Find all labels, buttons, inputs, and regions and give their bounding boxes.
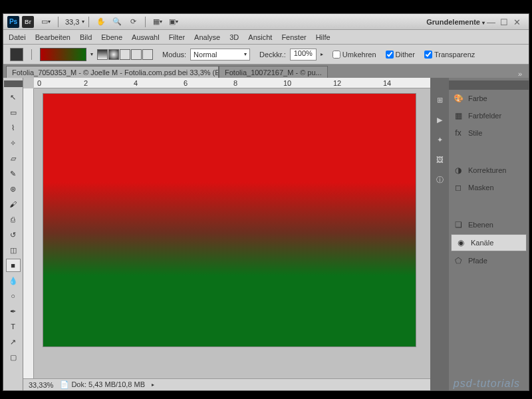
opacity-input[interactable]: 100% [290, 49, 317, 61]
menu-bild[interactable]: Bild [80, 33, 92, 41]
opacity-dropdown-icon[interactable]: ▸ [321, 51, 323, 57]
ruler-vertical[interactable] [23, 88, 34, 378]
screen-mode-icon[interactable]: ▣▾ [167, 16, 180, 28]
status-zoom[interactable]: 33,33% [29, 381, 53, 389]
strip-icon-4[interactable]: 🖼 [434, 154, 446, 166]
linear-gradient-icon[interactable] [97, 49, 108, 60]
workspace-selector[interactable]: Grundelemente ▾ [426, 18, 485, 26]
gradient-preview[interactable] [40, 48, 86, 61]
type-tool-icon[interactable]: T [6, 320, 21, 333]
document-tabbar: Fotolia_7050353_M - © Joelle M - Fotolia… [3, 65, 529, 78]
mode-select[interactable]: Normal▾ [190, 49, 250, 61]
strip-icon-1[interactable]: ⊞ [434, 94, 446, 106]
move-tool-icon[interactable]: ↖ [6, 90, 21, 104]
arrange-docs-icon[interactable]: ▦▾ [151, 16, 164, 28]
status-doc-info[interactable]: 📄 Dok: 5,43 MB/10,8 MB [60, 380, 145, 389]
tab-overflow-icon[interactable]: » [514, 70, 526, 78]
panel-kanaele[interactable]: ◉Kanäle [451, 234, 527, 251]
opacity-label: Deckkr.: [259, 51, 286, 59]
reflected-gradient-icon[interactable] [131, 49, 142, 60]
menu-auswahl[interactable]: Auswahl [132, 33, 160, 41]
panel-farbe[interactable]: 🎨Farbe [449, 90, 529, 107]
gradient-tool-icon[interactable]: ■ [6, 259, 21, 272]
maximize-icon[interactable]: ☐ [500, 17, 509, 27]
menu-fenster[interactable]: Fenster [281, 33, 306, 41]
bridge-logo-icon[interactable]: Br [22, 16, 34, 28]
zoom-tool-icon[interactable]: 🔍 [110, 16, 124, 28]
radial-gradient-icon[interactable] [108, 49, 119, 60]
separator [31, 49, 32, 60]
stamp-tool-icon[interactable]: ⎙ [6, 213, 21, 226]
dodge-tool-icon[interactable]: ○ [6, 289, 21, 303]
menubar: Datei Bearbeiten Bild Ebene Auswahl Filt… [3, 30, 529, 45]
panel-masken[interactable]: ◻Masken [449, 179, 529, 196]
channels-icon: ◉ [456, 237, 466, 248]
titlebar: Ps Br ▭▾ 33,3▾ ✋ 🔍 ⟳ ▦▾ ▣▾ Grundelemente… [3, 14, 529, 30]
brush-tool-icon[interactable]: 🖌 [6, 198, 21, 211]
status-bar: 33,33% 📄 Dok: 5,43 MB/10,8 MB ▸ [23, 378, 430, 390]
close-icon[interactable]: ✕ [513, 17, 523, 27]
panel-stile[interactable]: fxStile [449, 124, 529, 142]
menu-bearbeiten[interactable]: Bearbeiten [35, 33, 70, 41]
strip-icon-2[interactable]: ▶ [434, 114, 446, 126]
status-menu-icon[interactable]: ▸ [152, 382, 154, 388]
minimize-icon[interactable]: — [487, 17, 496, 27]
angle-gradient-icon[interactable] [120, 49, 130, 60]
eyedropper-tool-icon[interactable]: ✎ [6, 167, 21, 180]
panel-korrekturen[interactable]: ◑Korrekturen [449, 162, 529, 179]
app-window: Ps Br ▭▾ 33,3▾ ✋ 🔍 ⟳ ▦▾ ▣▾ Grundelemente… [3, 13, 529, 391]
panel-pfade[interactable]: ⬠Pfade [449, 252, 529, 269]
hand-tool-icon[interactable]: ✋ [94, 16, 108, 28]
separator [58, 17, 59, 27]
strip-icon-3[interactable]: ✦ [434, 134, 446, 146]
color-icon: 🎨 [453, 93, 464, 104]
rotate-view-icon[interactable]: ⟳ [126, 16, 140, 28]
marquee-tool-icon[interactable]: ▭ [6, 106, 21, 119]
document-tab-inactive[interactable]: Fotolia_10072167_M - © pu... [219, 66, 328, 78]
menu-ebene[interactable]: Ebene [101, 33, 122, 41]
panel-group-header[interactable] [449, 80, 529, 90]
tool-preset-icon[interactable] [10, 48, 23, 61]
diamond-gradient-icon[interactable] [142, 49, 153, 60]
document-tab-active[interactable]: Fotolia_7050353_M - © Joelle M - Fotolia… [6, 66, 219, 78]
path-tool-icon[interactable]: ↗ [6, 335, 21, 348]
strip-icon-5[interactable]: ⓘ [434, 174, 446, 186]
menu-analyse[interactable]: Analyse [194, 33, 220, 41]
workarea: ↖ ▭ ⌇ ✧ ▱ ✎ ⊛ 🖌 ⎙ ↺ ◫ ■ 💧 ○ ✒ T ↗ ▢ 0 2 … [3, 78, 529, 390]
mode-label: Modus: [162, 51, 186, 59]
menu-filter[interactable]: Filter [169, 33, 185, 41]
collapsed-icon-strip: ⊞ ▶ ✦ 🖼 ⓘ [430, 78, 449, 390]
blur-tool-icon[interactable]: 💧 [6, 274, 21, 287]
tools-header[interactable] [4, 80, 23, 87]
tools-panel: ↖ ▭ ⌇ ✧ ▱ ✎ ⊛ 🖌 ⎙ ↺ ◫ ■ 💧 ○ ✒ T ↗ ▢ [3, 78, 23, 390]
ruler-horizontal[interactable]: 0 2 4 6 8 10 12 14 [34, 78, 430, 88]
panel-farbfelder[interactable]: ▦Farbfelder [449, 107, 529, 124]
menu-ansicht[interactable]: Ansicht [248, 33, 272, 41]
history-brush-icon[interactable]: ↺ [6, 228, 21, 241]
dither-checkbox[interactable]: Dither [386, 51, 415, 59]
adjustments-icon: ◑ [453, 165, 464, 176]
menu-datei[interactable]: Datei [9, 33, 26, 41]
shape-tool-icon[interactable]: ▢ [6, 350, 21, 364]
transparency-checkbox[interactable]: Transparenz [424, 51, 475, 59]
canvas[interactable] [43, 94, 416, 346]
menu-hilfe[interactable]: Hilfe [316, 33, 331, 41]
eraser-tool-icon[interactable]: ◫ [6, 243, 21, 257]
crop-tool-icon[interactable]: ▱ [6, 152, 21, 165]
canvas-area: 0 2 4 6 8 10 12 14 33,33% 📄 Dok: 5,43 MB… [23, 78, 430, 390]
menu-3d[interactable]: 3D [229, 33, 239, 41]
gradient-dropdown-icon[interactable]: ▾ [90, 51, 93, 57]
panel-ebenen[interactable]: ❏Ebenen [449, 216, 529, 233]
wand-tool-icon[interactable]: ✧ [6, 136, 21, 150]
healing-tool-icon[interactable]: ⊛ [6, 182, 21, 196]
layout-dropdown-icon[interactable]: ▭▾ [39, 16, 53, 28]
reverse-checkbox[interactable]: Umkehren [332, 51, 376, 59]
separator [145, 17, 146, 27]
zoom-level[interactable]: 33,3 [65, 18, 79, 26]
panel-list: 🎨Farbe ▦Farbfelder fxStile ◑Korrekturen … [449, 78, 529, 390]
pen-tool-icon[interactable]: ✒ [6, 305, 21, 318]
photoshop-logo-icon: Ps [7, 16, 19, 28]
zoom-dropdown-icon[interactable]: ▾ [82, 19, 84, 25]
lasso-tool-icon[interactable]: ⌇ [6, 121, 21, 134]
canvas-viewport[interactable] [34, 88, 430, 378]
